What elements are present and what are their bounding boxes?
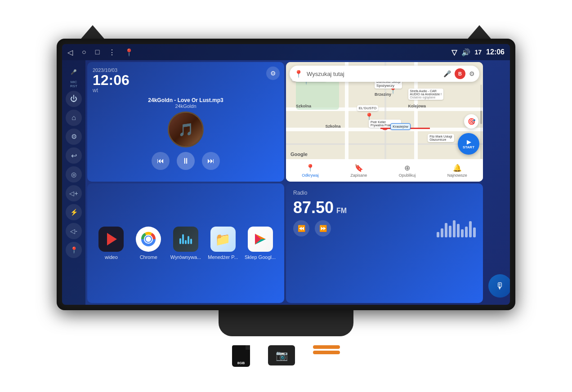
orange-clips xyxy=(313,345,340,354)
wave-bar-8 xyxy=(465,227,468,237)
orange-clip-2 xyxy=(313,351,340,354)
music-day: wt xyxy=(93,87,279,94)
radio-prev-button[interactable]: ⏪ xyxy=(293,220,309,236)
home-nav-icon[interactable]: ○ xyxy=(82,48,86,56)
najnowsze-label: Najnowsze xyxy=(447,173,467,178)
prev-track-button[interactable]: ⏮ xyxy=(152,152,170,170)
wideo-label: wideo xyxy=(105,254,118,260)
maps-nav-odkrywaj[interactable]: 📍 Odkrywaj xyxy=(302,164,319,178)
wave-bar-7 xyxy=(461,229,464,237)
main-content: 🎤 MIC RST ⏻ ⌂ ⚙ ↩ ◎ ◁+ ⚡ ◁- 📍 xyxy=(62,60,510,305)
wideo-icon xyxy=(98,227,124,252)
recenter-button[interactable]: 🎯 xyxy=(464,114,478,129)
home-button[interactable]: ⌂ xyxy=(66,110,82,126)
radio-band: FM xyxy=(336,207,347,215)
app-wideo[interactable]: wideo xyxy=(94,227,128,260)
music-panel: ⚙ 2023/10/03 12:06 wt 24kGoldn - Love Or… xyxy=(87,62,284,182)
radio-sidebar-button[interactable]: ◎ xyxy=(66,166,82,183)
radio-panel: Radio 87.50 FM ⏪ ⏩ xyxy=(286,183,483,303)
maps-nav-najnowsze[interactable]: 🔔 Najnowsze xyxy=(447,164,467,178)
sklep-label: Sklep Googl... xyxy=(245,254,276,260)
app-chrome[interactable]: Chrome xyxy=(132,227,165,260)
signal-strength: 17 xyxy=(475,49,482,56)
maps-bottom-nav: 📍 Odkrywaj 🔖 Zapisane ⊕ Opublikuj xyxy=(286,159,483,182)
start-navigation-button[interactable]: ▶ START xyxy=(458,133,479,155)
music-settings-button[interactable]: ⚙ xyxy=(266,67,280,80)
music-controls: ⏮ ⏸ ⏭ xyxy=(93,152,279,170)
volume-mute-button[interactable]: ◁- xyxy=(66,223,82,239)
radio-frequency: 87.50 xyxy=(293,200,334,216)
car-unit: ◁ ○ □ ⋮ 📍 ▽ 🔊 17 12:06 🎤 xyxy=(39,25,533,367)
app-sklep[interactable]: Sklep Googl... xyxy=(243,227,277,260)
rst-label: RST xyxy=(70,84,77,88)
maps-search-bar[interactable]: 📍 Wyszukaj tutaj 🎤 B ⚙ xyxy=(290,66,479,82)
volume-down-button[interactable]: ◁+ xyxy=(66,185,82,201)
chrome-icon xyxy=(136,227,161,252)
radio-next-button[interactable]: ⏩ xyxy=(315,220,331,236)
zapisane-label: Zapisane xyxy=(350,173,367,178)
svg-point-4 xyxy=(146,236,151,242)
wyrownywanie-icon xyxy=(173,227,198,252)
map-scrollbar xyxy=(480,85,482,159)
back-nav-icon[interactable]: ◁ xyxy=(67,48,73,57)
back-button[interactable]: ↩ xyxy=(66,147,82,164)
orange-clip-1 xyxy=(313,345,340,349)
bezel: ◁ ○ □ ⋮ 📍 ▽ 🔊 17 12:06 🎤 xyxy=(57,39,515,310)
sd-card-accessory: 8GB xyxy=(232,345,250,367)
play-pause-button[interactable]: ⏸ xyxy=(177,152,195,170)
maps-nav-opublikuj[interactable]: ⊕ Opublikuj xyxy=(399,164,416,178)
wave-bar-2 xyxy=(441,228,443,237)
wave-bar-1 xyxy=(437,232,439,237)
wave-bar-5 xyxy=(453,220,456,237)
music-artist: 24kGoldn xyxy=(93,103,279,109)
settings-gear-button[interactable]: ⚙ xyxy=(66,129,82,145)
music-time: 12:06 xyxy=(93,73,279,87)
album-art-inner: 🎵 xyxy=(169,113,202,146)
opublikuj-label: Opublikuj xyxy=(399,173,416,178)
maps-nav-zapisane[interactable]: 🔖 Zapisane xyxy=(350,164,367,178)
camera-icon: 📷 xyxy=(268,345,295,365)
menu-nav-icon[interactable]: ⋮ xyxy=(108,48,116,57)
panels-area: ⚙ 2023/10/03 12:06 wt 24kGoldn - Love Or… xyxy=(85,60,485,305)
mic-button[interactable]: 🎤 xyxy=(66,64,82,80)
google-logo: Google xyxy=(290,151,308,157)
camera-accessory: 📷 xyxy=(268,345,295,367)
menedzer-icon: 📁 xyxy=(210,227,236,252)
start-label: START xyxy=(463,145,474,149)
screen: ◁ ○ □ ⋮ 📍 ▽ 🔊 17 12:06 🎤 xyxy=(62,44,510,305)
maps-search-pin-icon: 📍 xyxy=(294,70,303,78)
wave-bar-6 xyxy=(457,224,460,237)
radio-controls: ⏪ ⏩ xyxy=(293,220,331,236)
app-wyrownywanie[interactable]: Wyrównywa... xyxy=(169,227,203,260)
car-bottom xyxy=(39,309,533,336)
radio-label: Radio xyxy=(293,190,476,196)
sd-label: 8GB xyxy=(237,361,245,365)
volume-status-icon: 🔊 xyxy=(461,48,470,57)
next-track-button[interactable]: ⏭ xyxy=(202,152,220,170)
audio-button[interactable]: 🎙 xyxy=(488,274,510,298)
maps-settings-icon[interactable]: ⚙ xyxy=(469,70,475,77)
wifi-icon: ▽ xyxy=(451,48,457,57)
wave-bar-3 xyxy=(445,223,447,237)
radio-freq-row: 87.50 FM xyxy=(293,200,476,216)
location-sidebar-button[interactable]: 📍 xyxy=(66,242,82,258)
maps-mic-icon[interactable]: 🎤 xyxy=(443,70,451,77)
bottom-mount xyxy=(219,309,353,336)
maps-search-text[interactable]: Wyszukaj tutaj xyxy=(307,71,440,77)
sd-card-icon: 8GB xyxy=(232,345,250,367)
maps-user-avatar[interactable]: B xyxy=(455,68,465,79)
maps-panel[interactable]: Szkolna Szkolna Kolejowa Brzeziny 📍 Kaja… xyxy=(286,62,483,182)
recents-nav-icon[interactable]: □ xyxy=(95,48,100,56)
chrome-label: Chrome xyxy=(140,254,157,260)
album-art: 🎵 xyxy=(168,111,204,147)
app-menedzer[interactable]: 📁 Menedżer P... xyxy=(206,227,240,260)
maps-nav-icon[interactable]: 📍 xyxy=(125,48,134,57)
wyrownywanie-label: Wyrównywa... xyxy=(170,254,201,260)
odkrywaj-label: Odkrywaj xyxy=(302,173,319,178)
zapisane-icon: 🔖 xyxy=(354,164,363,172)
time-display: 12:06 xyxy=(486,48,505,56)
status-right: ▽ 🔊 17 12:06 xyxy=(451,48,505,57)
bluetooth-button[interactable]: ⚡ xyxy=(66,204,82,220)
power-button[interactable]: ⏻ xyxy=(66,91,82,107)
nav-icons: ◁ ○ □ ⋮ 📍 xyxy=(67,48,134,57)
